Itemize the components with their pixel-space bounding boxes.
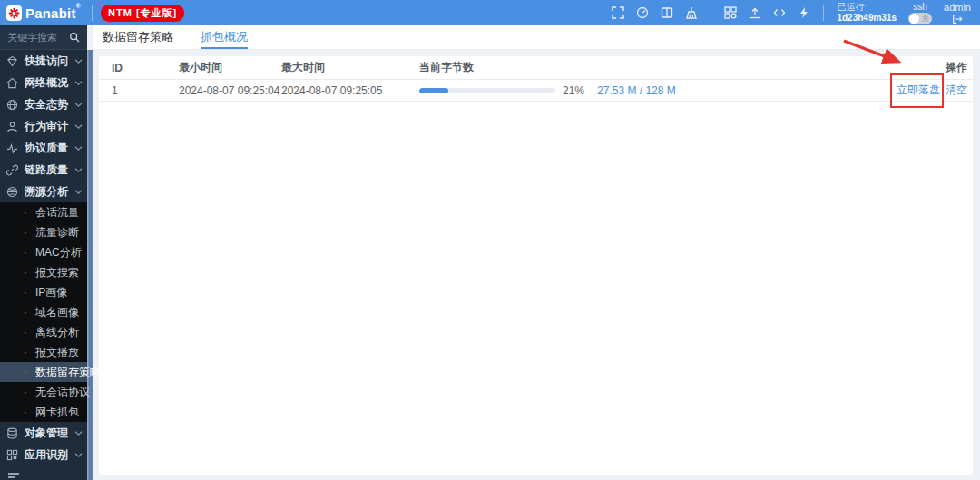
globe-icon — [6, 99, 18, 111]
bullet: · — [24, 406, 27, 418]
sidebar-item-object-management[interactable]: 对象管理 — [0, 422, 87, 444]
sidebar-item-app-identification[interactable]: 应用识别 — [0, 444, 87, 465]
upload-icon[interactable] — [749, 6, 761, 19]
panabit-pinwheel-icon — [6, 5, 22, 21]
sidebar-item-behavior-audit[interactable]: 行为审计 — [0, 115, 87, 137]
main-content: 数据留存策略 抓包概况 ID 最小时间 最大时间 当前字节数 操作 1 2024… — [93, 25, 980, 480]
gauge-icon[interactable] — [636, 6, 649, 19]
divider — [823, 5, 824, 21]
chevron-down-icon — [74, 123, 83, 130]
cell-id: 1 — [104, 84, 179, 97]
table-row: 1 2024-08-07 09:25:04 2024-08-07 09:25:0… — [99, 80, 973, 102]
database-icon — [6, 427, 18, 439]
bullet: · — [24, 326, 27, 338]
bullet: · — [24, 206, 27, 219]
header-current-bytes: 当前字节数 — [419, 60, 822, 75]
sidebar: 快捷访问 网络概况 安全态势 行为审计 协议质量 链路质量 溯源分析 ·会话流量… — [0, 25, 87, 480]
bolt-icon[interactable] — [798, 6, 810, 19]
usage-value[interactable]: 27.53 M / 128 M — [597, 84, 676, 97]
toggle-knob — [909, 14, 919, 24]
submenu-item-sessionless-protocol[interactable]: ·无会话协议 — [0, 382, 87, 402]
header-max-time: 最大时间 — [281, 60, 419, 75]
divider — [92, 5, 93, 21]
sidebar-item-protocol-quality[interactable]: 协议质量 — [0, 137, 87, 159]
tab-bar: 数据留存策略 抓包概况 — [93, 25, 980, 50]
gem-icon — [6, 55, 18, 67]
brand-logo[interactable]: Panabit® — [0, 5, 83, 21]
submenu-item-domain-profile[interactable]: ·域名画像 — [0, 302, 87, 322]
bullet: · — [24, 226, 27, 239]
submenu-item-nic-capture[interactable]: ·网卡抓包 — [0, 402, 87, 422]
code-icon[interactable] — [773, 6, 786, 19]
sidebar-item-label: 应用识别 — [24, 447, 68, 463]
fullscreen-icon[interactable] — [612, 6, 624, 19]
person-icon — [6, 121, 18, 132]
pulse-icon — [6, 142, 18, 154]
cell-min-time: 2024-08-07 09:25:04 — [179, 84, 281, 97]
toggle-off-glyph: 关 — [922, 14, 929, 24]
cell-actions: 立即落盘 清空 — [822, 83, 967, 98]
uptime-value: 1d23h49m31s — [837, 13, 897, 23]
sidebar-item-security-posture[interactable]: 安全态势 — [0, 93, 87, 115]
topbar-actions: 已运行 1d23h49m31s ssh 关 admin — [612, 2, 980, 24]
trace-analysis-submenu: ·会话流量 ·流量诊断 ·MAC分析 ·报文搜索 ·IP画像 ·域名画像 ·离线… — [0, 202, 87, 422]
submenu-item-traffic-diagnosis[interactable]: ·流量诊断 — [0, 222, 87, 242]
book-icon[interactable] — [661, 6, 673, 19]
sidebar-footer — [0, 465, 87, 480]
tab-data-retention-policy[interactable]: 数据留存策略 — [103, 25, 173, 49]
logout-icon[interactable] — [952, 14, 963, 24]
header-actions: 操作 — [822, 60, 967, 75]
search-input[interactable] — [7, 32, 69, 43]
chevron-down-icon — [74, 430, 83, 436]
modules-icon[interactable] — [724, 6, 737, 19]
sidebar-item-label: 快捷访问 — [24, 54, 68, 69]
top-bar: Panabit® NTM [专业版] 已运行 1d23h49m31s ssh 关… — [0, 0, 980, 25]
sidebar-item-trace-analysis[interactable]: 溯源分析 — [0, 181, 87, 202]
clean-icon[interactable] — [685, 6, 698, 19]
submenu-item-packet-search[interactable]: ·报文搜索 — [0, 262, 87, 282]
submenu-item-data-retention-policy[interactable]: ·数据留存策略 — [0, 362, 87, 382]
sidebar-item-quick-access[interactable]: 快捷访问 — [0, 50, 87, 72]
sidebar-item-label: 网络概况 — [24, 75, 68, 91]
capture-overview-panel: ID 最小时间 最大时间 当前字节数 操作 1 2024-08-07 09:25… — [99, 56, 973, 475]
bullet: · — [24, 246, 27, 259]
cell-max-time: 2024-08-07 09:25:05 — [281, 84, 419, 97]
menu-collapse-icon[interactable] — [7, 471, 20, 480]
sidebar-item-label: 链路质量 — [24, 162, 68, 178]
submenu-item-session-traffic[interactable]: ·会话流量 — [0, 202, 87, 222]
divider — [710, 5, 711, 21]
chevron-down-icon — [74, 80, 83, 86]
bullet: · — [24, 366, 27, 378]
submenu-item-packet-replay[interactable]: ·报文播放 — [0, 342, 87, 362]
submenu-item-mac-analysis[interactable]: ·MAC分析 — [0, 242, 87, 262]
chevron-down-icon — [74, 189, 83, 195]
ssh-toggle[interactable]: 关 — [908, 13, 932, 24]
sidebar-search[interactable] — [0, 25, 87, 50]
progress-fill — [419, 88, 448, 93]
home-icon — [6, 77, 18, 89]
sidebar-item-label: 行为审计 — [24, 119, 68, 134]
submenu-item-ip-profile[interactable]: ·IP画像 — [0, 282, 87, 302]
edition-badge: NTM [专业版] — [101, 5, 184, 22]
bullet: · — [24, 386, 27, 398]
search-icon[interactable] — [69, 32, 80, 43]
cell-current-bytes: 21% 27.53 M / 128 M — [419, 84, 822, 97]
sidebar-item-label: 协议质量 — [24, 141, 68, 156]
clear-link[interactable]: 清空 — [946, 83, 967, 98]
progress-percent: 21% — [563, 84, 584, 97]
tab-capture-overview[interactable]: 抓包概况 — [201, 25, 248, 49]
bullet: · — [24, 346, 27, 358]
progress-bar — [419, 88, 555, 93]
sidebar-item-link-quality[interactable]: 链路质量 — [0, 159, 87, 181]
sidebar-scrollbar[interactable] — [87, 50, 93, 480]
header-id: ID — [104, 62, 179, 74]
ssh-block: ssh 关 — [908, 2, 932, 24]
ssh-label: ssh — [913, 2, 927, 12]
username: admin — [944, 2, 971, 13]
header-min-time: 最小时间 — [179, 60, 281, 75]
submenu-item-offline-analysis[interactable]: ·离线分析 — [0, 322, 87, 342]
sidebar-item-label: 安全态势 — [24, 97, 68, 113]
sidebar-item-network-overview[interactable]: 网络概况 — [0, 72, 87, 93]
flush-to-disk-link[interactable]: 立即落盘 — [897, 83, 940, 96]
bullet: · — [24, 266, 27, 279]
